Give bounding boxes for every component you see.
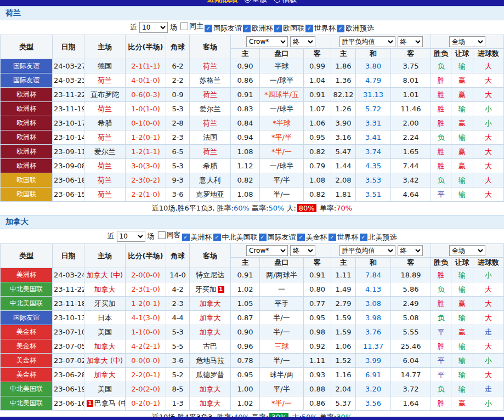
corners-cell: 8-5 bbox=[166, 382, 190, 396]
avg-type-select[interactable]: 胜平负均值 bbox=[339, 245, 395, 256]
type-cell: 欧洲杯 bbox=[1, 145, 53, 159]
avg-draw-cell: 3.99 bbox=[356, 354, 391, 368]
avg-home-cell: 1.86 bbox=[331, 59, 356, 73]
home-team-cell: 加拿大 (中) bbox=[84, 354, 126, 368]
handicap-result-cell: 输 bbox=[451, 188, 473, 202]
type-cell: 美金杯 bbox=[1, 368, 53, 382]
date-cell: 24-03-27 bbox=[53, 59, 84, 73]
checkbox-checked-icon[interactable]: ✓ bbox=[297, 234, 305, 241]
goals-result-cell: 大 bbox=[473, 188, 504, 202]
handicap-cell: 半球 bbox=[260, 59, 304, 73]
checkbox-checked-icon[interactable]: ✓ bbox=[337, 25, 344, 32]
filter-checkbox[interactable]: 同客 bbox=[158, 230, 181, 240]
checkbox-checked-icon[interactable]: ✓ bbox=[305, 25, 313, 32]
handicap-cell: 三球 bbox=[260, 339, 304, 354]
home-odds-cell: 0.82 bbox=[231, 173, 260, 188]
team-name-text: 加拿大 bbox=[200, 385, 221, 393]
home-odds-cell: 0.95 bbox=[231, 368, 260, 382]
home-odds-cell: 0.86 bbox=[231, 73, 260, 88]
type-cell: 中北美国联 bbox=[1, 382, 53, 396]
type-cell: 欧洲杯 bbox=[1, 159, 53, 173]
away-team-cell: 克罗地亚 bbox=[190, 188, 231, 202]
odds-company-select[interactable]: Crow* bbox=[246, 36, 288, 47]
type-cell: 美洲杯 bbox=[1, 268, 53, 282]
sub-col-header: 和 bbox=[356, 49, 391, 59]
date-cell: 23-09-11 bbox=[53, 145, 84, 159]
filter-checkbox[interactable]: ✓国际友谊 bbox=[205, 24, 242, 33]
recent-results-page: 近期战绩 全版 福版 荷兰 近 10 场 同主✓国际友谊✓欧洲杯✓欧国联✓世界杯… bbox=[0, 0, 504, 420]
date-cell: 23-11-22 bbox=[53, 282, 84, 297]
checkbox-checked-icon[interactable]: ✓ bbox=[360, 234, 367, 241]
home-team-cell: 美国 bbox=[84, 325, 126, 339]
avg-draw-cell: 7.84 bbox=[356, 268, 391, 282]
radio-fu-version[interactable]: 福版 bbox=[274, 0, 297, 4]
away-odds-cell: 0.80 bbox=[304, 282, 331, 297]
checkbox-checked-icon[interactable]: ✓ bbox=[259, 234, 267, 241]
sub-col-header: 胜负 bbox=[431, 258, 451, 268]
handicap-cell: 平/半 bbox=[260, 173, 304, 188]
checkbox-checked-icon[interactable]: ✓ bbox=[213, 234, 221, 241]
filter-checkbox[interactable]: ✓欧国联 bbox=[274, 24, 304, 33]
filter-checkbox[interactable]: ✓世界杯 bbox=[305, 24, 336, 33]
filter-checkbox-label: 国际友谊 bbox=[213, 24, 242, 33]
avg-away-cell: 3.42 bbox=[391, 173, 431, 188]
avg-time-select[interactable]: 终 bbox=[398, 36, 423, 47]
odds-company-select[interactable]: Crow* bbox=[246, 245, 288, 256]
odds-time-select[interactable]: 终 bbox=[290, 36, 315, 47]
checkbox-checked-icon[interactable]: ✓ bbox=[274, 25, 282, 32]
away-team-cell: 意大利 bbox=[190, 173, 231, 188]
checkbox-checked-icon[interactable]: ✓ bbox=[205, 25, 212, 32]
handicap-cell: 一 bbox=[260, 282, 304, 297]
scope-select[interactable]: 全场 bbox=[449, 36, 485, 47]
away-team-cell: 苏格兰 bbox=[190, 73, 231, 88]
checkbox-unchecked-icon[interactable] bbox=[158, 231, 166, 239]
radio-full-version[interactable]: 全版 bbox=[245, 0, 268, 4]
radio-unselected-icon[interactable] bbox=[274, 0, 280, 3]
team-name-text: 加拿大 bbox=[94, 285, 116, 293]
checkbox-checked-icon[interactable]: ✓ bbox=[243, 25, 251, 32]
odds-time-select[interactable]: 终 bbox=[290, 245, 315, 256]
handicap-cell: *平/半 bbox=[260, 130, 304, 145]
result-cell: 胜 bbox=[431, 73, 451, 88]
filter-checkbox[interactable]: ✓中北美国联 bbox=[213, 232, 258, 242]
handicap-cell: 平/半 bbox=[260, 382, 304, 396]
filter-checkbox-label: 欧洲预选 bbox=[346, 24, 374, 33]
result-cell: 平 bbox=[431, 354, 451, 368]
avg-draw-cell: 3.20 bbox=[356, 382, 391, 396]
radio-selected-icon[interactable] bbox=[245, 0, 251, 3]
avg-draw-cell: 11.37 bbox=[356, 339, 391, 354]
filter-checkbox[interactable]: 同主 bbox=[180, 21, 203, 31]
team-name-text: 加拿大 bbox=[94, 342, 116, 350]
odds-header-cell: Crow*终 bbox=[231, 244, 331, 258]
checkbox-checked-icon[interactable]: ✓ bbox=[329, 234, 336, 241]
filter-checkbox[interactable]: ✓美洲杯 bbox=[182, 232, 212, 242]
recent-count-select[interactable]: 10 bbox=[139, 22, 168, 33]
checkbox-unchecked-icon[interactable] bbox=[180, 22, 188, 30]
avg-home-cell: 2.08 bbox=[331, 173, 356, 188]
home-team-cell: 1巴拿马 (中) bbox=[84, 396, 126, 411]
filter-checkbox[interactable]: ✓国际友谊 bbox=[259, 232, 296, 242]
filter-checkbox[interactable]: ✓北美预选 bbox=[360, 232, 397, 242]
team-name-text: 荷兰 bbox=[98, 105, 112, 113]
checkbox-checked-icon[interactable]: ✓ bbox=[182, 234, 190, 241]
home-team-cell: 荷兰 bbox=[84, 130, 126, 145]
filter-checkbox[interactable]: ✓美金杯 bbox=[297, 232, 327, 242]
filter-checkbox[interactable]: ✓欧洲杯 bbox=[243, 24, 273, 33]
filter-checkbox[interactable]: ✓欧洲预选 bbox=[337, 24, 374, 33]
recent-count-select[interactable]: 10 bbox=[117, 231, 145, 242]
goals-result-cell: 走 bbox=[473, 325, 504, 339]
goals-result-cell: 大 bbox=[473, 88, 504, 102]
filter-checkbox[interactable]: ✓世界杯 bbox=[329, 232, 359, 242]
avg-type-select[interactable]: 胜平负均值 bbox=[339, 36, 395, 47]
sub-col-header: 进球数 bbox=[473, 258, 504, 268]
avg-time-select[interactable]: 终 bbox=[398, 245, 423, 256]
away-odds-cell: 0.92 bbox=[304, 339, 331, 354]
team-name-text: 荷兰 bbox=[98, 176, 112, 184]
goals-result-cell: 大 bbox=[473, 159, 504, 173]
date-cell: 23-11-22 bbox=[53, 88, 84, 102]
scope-select[interactable]: 全场 bbox=[449, 245, 485, 256]
handicap-result-cell: 赢 bbox=[451, 396, 473, 411]
home-team-cell: 加拿大 bbox=[84, 368, 126, 382]
corners-cell: 5-3 bbox=[166, 325, 190, 339]
page-title: 近期战绩 bbox=[207, 0, 238, 4]
